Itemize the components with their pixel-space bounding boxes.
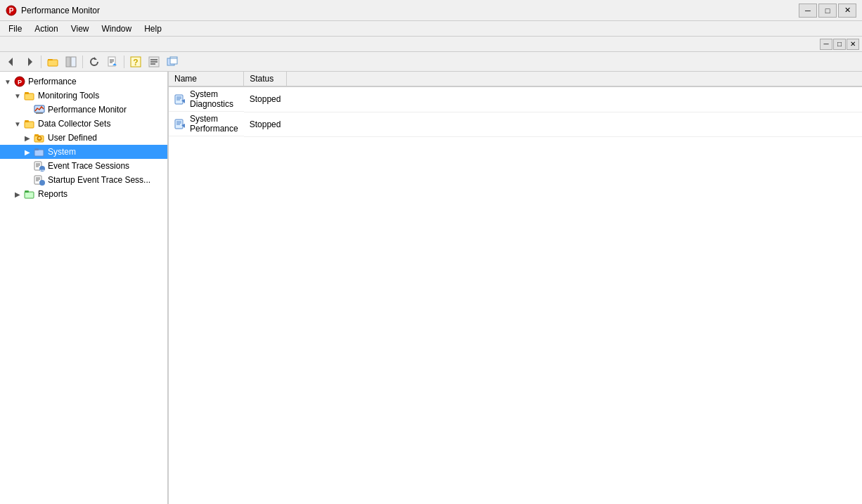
perf-icon: P [14, 76, 25, 87]
tree-label-event-trace-sessions: Event Trace Sessions [48, 161, 129, 171]
tree-item-system[interactable]: ▶ System [0, 145, 167, 159]
cell-empty-2 [286, 112, 862, 136]
tree-item-monitoring-tools[interactable]: ▼ Monitoring Tools [0, 89, 167, 103]
expand-system[interactable]: ▶ [22, 147, 32, 157]
tree-item-reports[interactable]: ▶ Reports [0, 187, 167, 201]
expand-performance-monitor [22, 105, 32, 115]
col-header-name[interactable]: Name [169, 72, 244, 86]
expand-user-defined[interactable]: ▶ [22, 133, 32, 143]
menu-action[interactable]: Action [29, 22, 63, 35]
main-container: ▼ P Performance ▼ Monitoring Tools [0, 72, 862, 504]
title-bar-left: P Performance Monitor [6, 5, 100, 16]
startup-event-trace-icon [34, 174, 45, 186]
svg-marker-2 [8, 58, 13, 66]
toolbar: ? [0, 52, 862, 72]
toolbar-sep-2 [82, 56, 83, 68]
close-button[interactable]: ✕ [838, 4, 856, 18]
tree-label-data-collector-sets: Data Collector Sets [38, 119, 110, 129]
svg-rect-26 [25, 93, 34, 100]
svg-rect-33 [34, 134, 39, 136]
expand-reports[interactable]: ▶ [13, 189, 22, 199]
svg-text:•••: ••• [40, 168, 44, 172]
maximize-button[interactable]: □ [818, 4, 837, 18]
tree-label-monitoring-tools: Monitoring Tools [38, 91, 99, 101]
svg-rect-35 [34, 150, 44, 156]
forward-icon [24, 56, 35, 67]
tree-label-user-defined: User Defined [48, 133, 97, 143]
new-window-icon [167, 56, 178, 67]
refresh-button[interactable] [86, 54, 103, 70]
svg-rect-48 [25, 192, 34, 198]
tree-item-performance[interactable]: ▼ P Performance [0, 75, 167, 89]
svg-rect-8 [71, 57, 76, 67]
svg-rect-31 [25, 120, 29, 122]
svg-rect-6 [48, 59, 53, 60]
mmc-close[interactable]: ✕ [847, 39, 859, 50]
system-icon [34, 146, 45, 157]
menu-bar: File Action View Window Help [0, 21, 862, 37]
col-header-status[interactable]: Status [244, 72, 287, 86]
tree-item-startup-event-trace[interactable]: Startup Event Trace Sess... [0, 173, 167, 187]
svg-marker-3 [28, 58, 32, 66]
tree-label-startup-event-trace: Startup Event Trace Sess... [48, 175, 150, 185]
row-icon-system-diagnostics [174, 93, 186, 105]
help-button[interactable]: ? [127, 54, 144, 70]
back-button[interactable] [3, 54, 20, 70]
tree-label-performance-monitor: Performance Monitor [48, 105, 127, 115]
expand-event-trace [22, 161, 32, 171]
cell-name-system-diagnostics: System Diagnostics [169, 87, 244, 112]
svg-rect-36 [34, 148, 39, 150]
tree-item-event-trace-sessions[interactable]: ••• Event Trace Sessions [0, 159, 167, 173]
export-button[interactable] [104, 54, 121, 70]
open-folder-icon [47, 56, 58, 67]
svg-marker-9 [94, 57, 97, 60]
menu-help[interactable]: Help [139, 22, 167, 35]
expand-performance[interactable]: ▼ [3, 77, 13, 86]
properties-button[interactable] [146, 54, 162, 70]
open-folder-button[interactable] [44, 54, 61, 70]
svg-rect-7 [66, 57, 70, 67]
reports-icon [24, 188, 35, 200]
performance-monitor-icon [34, 104, 45, 115]
svg-text:P: P [18, 79, 22, 86]
menu-view[interactable]: View [65, 22, 95, 35]
export-icon [107, 56, 118, 67]
menu-file[interactable]: File [3, 22, 27, 35]
tree-item-user-defined[interactable]: ▶ User Defined [0, 131, 167, 145]
new-window-button[interactable] [164, 54, 181, 70]
back-icon [6, 56, 17, 67]
tree-item-data-collector-sets[interactable]: ▼ Data Collector Sets [0, 117, 167, 131]
console-tree-button[interactable] [63, 54, 79, 70]
expand-monitoring-tools[interactable]: ▼ [13, 91, 22, 101]
expand-data-collector-sets[interactable]: ▼ [13, 119, 22, 129]
properties-icon [148, 56, 160, 67]
minimize-button[interactable]: ─ [799, 4, 817, 18]
toolbar-sep-1 [41, 56, 41, 68]
tree-item-performance-monitor[interactable]: Performance Monitor [0, 103, 167, 117]
svg-rect-27 [25, 92, 29, 94]
svg-point-47 [39, 180, 45, 186]
col-header-empty [286, 72, 862, 86]
menu-window[interactable]: Window [96, 22, 138, 35]
table-row[interactable]: System Performance Stopped [169, 112, 862, 136]
svg-rect-30 [25, 122, 34, 128]
monitoring-tools-icon [24, 90, 35, 101]
mmc-minimize[interactable]: ─ [820, 39, 832, 50]
svg-text:?: ? [133, 58, 138, 67]
table-row[interactable]: System Diagnostics Stopped [169, 86, 862, 112]
tree-label-reports: Reports [38, 189, 67, 199]
mmc-title-bar: ─ □ ✕ [0, 37, 862, 52]
forward-button[interactable] [21, 54, 38, 70]
tree-label-performance: Performance [28, 77, 77, 86]
row-icon-system-performance [174, 118, 186, 129]
cell-status-system-diagnostics: Stopped [244, 86, 287, 112]
data-collector-sets-icon [24, 118, 35, 129]
mmc-restore[interactable]: □ [833, 39, 846, 50]
title-bar: P Performance Monitor ─ □ ✕ [0, 0, 862, 21]
svg-rect-5 [48, 60, 58, 66]
svg-text:P: P [9, 7, 14, 15]
cell-text-system-performance: System Performance [190, 114, 238, 134]
expand-startup-event-trace [22, 175, 32, 185]
refresh-icon [89, 56, 100, 67]
console-tree-icon [65, 56, 77, 67]
